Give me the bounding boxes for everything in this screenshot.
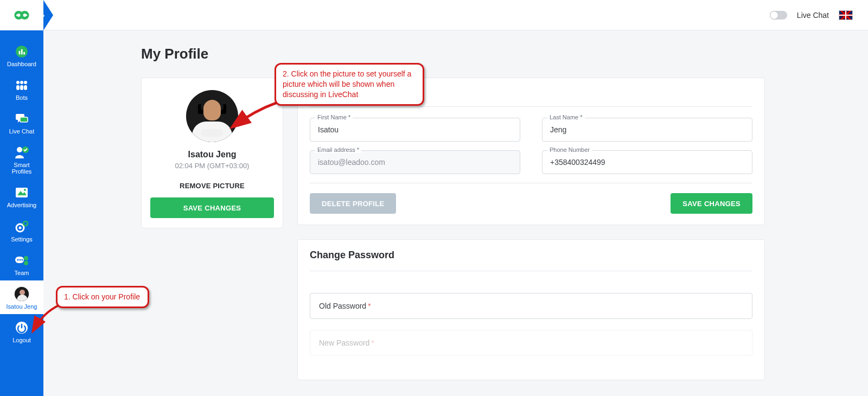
livechat-toggle[interactable]: [770, 11, 787, 20]
sidebar-item-label: Team: [15, 270, 29, 276]
sidebar-item-profile[interactable]: Isatou Jeng: [0, 280, 43, 314]
svg-point-15: [17, 147, 22, 152]
sidebar-item-team[interactable]: Team: [0, 247, 43, 280]
brand-logo[interactable]: ›: [0, 0, 43, 30]
svg-rect-10: [20, 85, 23, 90]
team-icon: [14, 252, 30, 269]
svg-rect-4: [21, 49, 23, 55]
sidebar-item-label: Smart Profiles: [12, 162, 32, 175]
sidebar-item-label: Bots: [16, 94, 28, 101]
sidebar-item-label: Logout: [12, 337, 31, 343]
email-input[interactable]: [310, 150, 520, 174]
sidebar-item-logout[interactable]: Logout: [0, 314, 43, 348]
advertising-icon: [14, 184, 30, 201]
sidebar-nav: Dashboard Bots Live Chat Smart Profiles …: [0, 30, 43, 396]
old-password-input[interactable]: Old Password*: [310, 293, 752, 319]
svg-point-8: [24, 81, 27, 84]
last-name-input[interactable]: [542, 118, 752, 142]
email-field: Email address *: [310, 150, 520, 174]
profile-time: 02:04 PM (GMT+03:00): [150, 162, 274, 170]
svg-point-26: [22, 259, 23, 260]
phone-field: Phone Number: [542, 150, 752, 174]
sidebar-item-livechat[interactable]: Live Chat: [0, 105, 43, 139]
sidebar-item-dashboard[interactable]: Dashboard: [0, 38, 43, 72]
remove-picture-button[interactable]: REMOVE PICTURE: [150, 182, 274, 190]
bots-icon: [14, 77, 30, 93]
logout-icon: [14, 320, 30, 336]
first-name-label: First Name *: [315, 114, 353, 120]
avatar-icon: [14, 286, 30, 302]
svg-rect-11: [24, 85, 27, 90]
change-password-heading: Change Password: [310, 250, 752, 271]
infinity-logo-icon: [10, 7, 34, 23]
sidebar-item-label: Isatou Jeng: [7, 303, 37, 310]
livechat-icon: [14, 111, 30, 127]
profile-card: Leadoo Isatou Jeng 02:04 PM (GMT+03:00) …: [141, 78, 283, 228]
svg-rect-28: [24, 261, 28, 265]
save-profile-button[interactable]: SAVE CHANGES: [671, 193, 752, 214]
dashboard-icon: [14, 43, 30, 60]
save-profile-card-button[interactable]: SAVE CHANGES: [150, 197, 274, 218]
svg-rect-9: [16, 85, 20, 90]
svg-point-19: [24, 189, 26, 191]
content: My Profile Leadoo Isatou Jeng 02:04 PM (…: [43, 30, 868, 396]
last-name-label: Last Name *: [547, 114, 585, 120]
svg-point-21: [19, 226, 22, 229]
last-name-field: Last Name *: [542, 118, 752, 142]
sidebar-item-advertising[interactable]: Advertising: [0, 179, 43, 213]
old-password-label: Old Password: [319, 302, 366, 310]
phone-input[interactable]: [542, 150, 752, 174]
profile-name: Isatou Jeng: [150, 150, 274, 159]
language-flag-uk[interactable]: [839, 10, 853, 20]
sidebar-item-bots[interactable]: Bots: [0, 72, 43, 105]
sidebar-item-smart-profiles[interactable]: Smart Profiles: [0, 139, 43, 179]
annotation-step2-text: 2. Click on the picture to set yourself …: [283, 69, 411, 99]
sidebar: › Dashboard Bots Live Chat Smart Profile…: [0, 0, 43, 396]
svg-rect-5: [23, 52, 25, 54]
annotation-step1: 1. Click on your Profile: [56, 286, 149, 308]
sidebar-item-settings[interactable]: Settings: [0, 213, 43, 247]
svg-point-6: [16, 81, 20, 84]
page-title: My Profile: [141, 46, 765, 62]
svg-rect-3: [19, 51, 21, 55]
email-label: Email address *: [315, 146, 361, 153]
svg-point-24: [17, 259, 19, 260]
topbar: Live Chat: [43, 0, 868, 30]
annotation-step2: 2. Click on the picture to set yourself …: [275, 63, 424, 106]
settings-icon: [14, 219, 30, 235]
change-password-card: Change Password Old Password* New Passwo…: [297, 239, 765, 380]
svg-point-22: [23, 221, 28, 226]
annotation-step1-text: 1. Click on your Profile: [64, 292, 140, 301]
first-name-input[interactable]: [310, 118, 520, 142]
sidebar-item-label: Settings: [11, 236, 33, 242]
new-password-input[interactable]: New Password*: [310, 330, 752, 356]
svg-point-7: [20, 81, 23, 84]
sidebar-item-label: Advertising: [7, 202, 36, 208]
delete-profile-button[interactable]: DELETE PROFILE: [310, 193, 396, 214]
sidebar-item-label: Dashboard: [7, 61, 36, 67]
smart-profiles-icon: [14, 144, 30, 161]
livechat-toggle-label: Live Chat: [797, 11, 829, 20]
svg-point-27: [24, 256, 28, 260]
svg-point-1: [25, 15, 27, 16]
svg-point-0: [16, 15, 18, 16]
sidebar-item-label: Live Chat: [9, 128, 34, 135]
phone-label: Phone Number: [547, 146, 592, 153]
profile-avatar[interactable]: Leadoo: [186, 90, 238, 142]
svg-point-25: [20, 259, 21, 260]
new-password-label: New Password: [319, 338, 369, 347]
first-name-field: First Name *: [310, 118, 520, 142]
svg-rect-14: [20, 117, 28, 122]
